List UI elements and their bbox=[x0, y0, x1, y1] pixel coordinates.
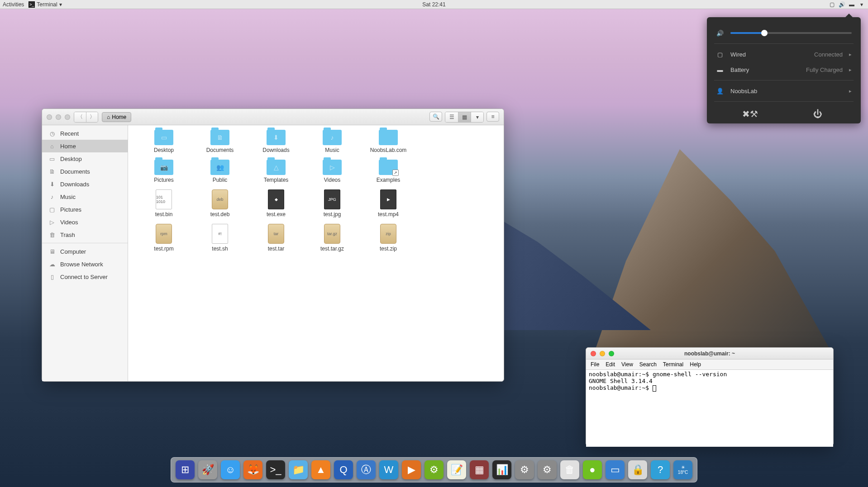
sidebar-item-downloads[interactable]: ⬇Downloads bbox=[42, 178, 128, 190]
chevron-down-icon[interactable]: ▾ bbox=[858, 1, 865, 8]
file-item[interactable]: 101 1010test.bin bbox=[137, 189, 191, 217]
file-item[interactable]: rpmtest.rpm bbox=[137, 224, 191, 252]
dock-photos[interactable]: ▦ bbox=[470, 460, 489, 479]
dock-display[interactable]: ▭ bbox=[606, 460, 625, 479]
dock-software-center[interactable]: ⚙ bbox=[424, 460, 444, 479]
sidebar-item-home[interactable]: ⌂Home bbox=[42, 140, 128, 152]
file-item[interactable]: ↗Examples bbox=[362, 160, 415, 183]
battery-row[interactable]: ▬ Battery Fully Charged ▸ bbox=[716, 62, 852, 77]
dock-weather[interactable]: ☀18°C bbox=[673, 460, 692, 479]
file-item[interactable]: 📷Pictures bbox=[137, 160, 191, 183]
dock-show-apps[interactable]: ⊞ bbox=[176, 460, 195, 479]
file-manager-content[interactable]: ▭Desktop🗎Documents⬇Downloads♪MusicNoobsL… bbox=[128, 125, 504, 381]
network-row[interactable]: ▢ Wired Connected ▸ bbox=[716, 47, 852, 62]
back-button[interactable]: 〈 bbox=[74, 112, 86, 122]
menu-help[interactable]: Help bbox=[690, 361, 701, 368]
sidebar-item-documents[interactable]: 🗎Documents bbox=[42, 165, 128, 178]
terminal-titlebar[interactable]: noobslab@umair: ~ bbox=[586, 348, 833, 359]
sidebar-item-videos[interactable]: ▷Videos bbox=[42, 216, 128, 228]
file-item[interactable]: 🗎Documents bbox=[193, 130, 247, 153]
sidebar-item-recent[interactable]: ◷Recent bbox=[42, 127, 128, 140]
minimize-button[interactable] bbox=[56, 114, 61, 120]
clock[interactable]: Sat 22:41 bbox=[422, 1, 445, 8]
file-item[interactable]: JPGtest.jpg bbox=[305, 189, 359, 217]
volume-row: 🔊 bbox=[716, 25, 852, 41]
dock-launcher[interactable]: 🚀 bbox=[198, 460, 217, 479]
close-button[interactable] bbox=[47, 114, 52, 120]
search-button[interactable]: 🔍 bbox=[429, 112, 442, 122]
menu-terminal[interactable]: Terminal bbox=[663, 361, 683, 368]
file-manager-titlebar[interactable]: 〈 〉 ⌂ Home 🔍 ☰ ▦ ▾ ≡ bbox=[42, 109, 504, 125]
minimize-button[interactable] bbox=[600, 351, 605, 356]
dock-gear[interactable]: ⚙ bbox=[515, 460, 534, 479]
dock-notes[interactable]: 📝 bbox=[447, 460, 466, 479]
sidebar-item-trash[interactable]: 🗑Trash bbox=[42, 228, 128, 241]
dock-app-store[interactable]: Ⓐ bbox=[357, 460, 376, 479]
menu-edit[interactable]: Edit bbox=[606, 361, 615, 368]
file-item[interactable]: ▭Desktop bbox=[137, 130, 191, 153]
documents-icon: 🗎 bbox=[48, 168, 56, 175]
file-item[interactable]: △Templates bbox=[249, 160, 303, 183]
file-item[interactable]: tar.gztest.tar.gz bbox=[305, 224, 359, 252]
battery-icon[interactable]: ▬ bbox=[848, 1, 855, 8]
file-item[interactable]: ziptest.zip bbox=[362, 224, 415, 252]
activities-button[interactable]: Activities bbox=[3, 1, 24, 8]
menu-file[interactable]: File bbox=[591, 361, 599, 368]
sidebar-item-music[interactable]: ♪Music bbox=[42, 190, 128, 203]
menu-search[interactable]: Search bbox=[639, 361, 657, 368]
terminal-window: noobslab@umair: ~ FileEditViewSearchTerm… bbox=[586, 347, 834, 446]
sidebar-item-pictures[interactable]: ▢Pictures bbox=[42, 203, 128, 216]
sidebar-item-label: Downloads bbox=[60, 181, 89, 188]
hamburger-menu-button[interactable]: ≡ bbox=[486, 112, 499, 122]
dock-help[interactable]: ? bbox=[651, 460, 670, 479]
dock-media-player[interactable]: Q bbox=[334, 460, 353, 479]
file-item[interactable]: 👥Public bbox=[193, 160, 247, 183]
file-item[interactable]: debtest.deb bbox=[193, 189, 247, 217]
maximize-button[interactable] bbox=[65, 114, 70, 120]
file-item[interactable]: tartest.tar bbox=[249, 224, 303, 252]
file-item[interactable]: ▶test.mp4 bbox=[362, 189, 415, 217]
volume-icon[interactable]: 🔊 bbox=[838, 1, 845, 8]
path-home-button[interactable]: ⌂ Home bbox=[102, 112, 131, 122]
file-item[interactable]: ◆test.exe bbox=[249, 189, 303, 217]
dock-system-monitor[interactable]: 📊 bbox=[492, 460, 511, 479]
dock-lock[interactable]: 🔒 bbox=[628, 460, 647, 479]
volume-slider[interactable] bbox=[730, 32, 852, 34]
music-icon: ♪ bbox=[48, 193, 56, 200]
file-item[interactable]: ⬇Downloads bbox=[249, 130, 303, 153]
close-button[interactable] bbox=[591, 351, 596, 356]
sidebar-item-connect-to-server[interactable]: ▯Connect to Server bbox=[42, 270, 128, 283]
power-icon[interactable]: ⏻ bbox=[814, 110, 822, 118]
dock-disk[interactable]: ● bbox=[583, 460, 602, 479]
user-row[interactable]: 👤 NoobsLab ▸ bbox=[716, 83, 852, 99]
terminal-app-indicator[interactable]: >_ Terminal ▾ bbox=[29, 1, 62, 8]
dock-writer[interactable]: W bbox=[379, 460, 398, 479]
settings-icon[interactable]: ✖⚒ bbox=[746, 110, 754, 118]
view-dropdown-button[interactable]: ▾ bbox=[471, 112, 483, 122]
sidebar-item-desktop[interactable]: ▭Desktop bbox=[42, 152, 128, 165]
screen-icon[interactable]: ▢ bbox=[828, 1, 835, 8]
sidebar-item-computer[interactable]: 🖥Computer bbox=[42, 245, 128, 258]
network-icon: ☁ bbox=[48, 260, 56, 268]
file-item[interactable]: NoobsLab.com bbox=[362, 130, 415, 153]
maximize-button[interactable] bbox=[609, 351, 614, 356]
list-view-button[interactable]: ☰ bbox=[445, 112, 458, 122]
weather-icon: ☀ bbox=[681, 465, 685, 470]
sidebar-item-browse-network[interactable]: ☁Browse Network bbox=[42, 258, 128, 270]
file-item[interactable]: ♪Music bbox=[305, 130, 359, 153]
dock-finder[interactable]: ☺ bbox=[221, 460, 240, 479]
dock-vlc[interactable]: ▲ bbox=[311, 460, 330, 479]
dock-firefox[interactable]: 🦊 bbox=[243, 460, 262, 479]
file-item[interactable]: ▷Videos bbox=[305, 160, 359, 183]
dock-impress[interactable]: ▶ bbox=[402, 460, 421, 479]
menu-view[interactable]: View bbox=[621, 361, 633, 368]
chevron-right-icon: ▸ bbox=[849, 88, 852, 94]
grid-view-button[interactable]: ▦ bbox=[458, 112, 471, 122]
dock-trash[interactable]: 🗑 bbox=[560, 460, 579, 479]
forward-button[interactable]: 〉 bbox=[86, 112, 98, 122]
dock-settings[interactable]: ⚙ bbox=[538, 460, 557, 479]
file-item[interactable]: #!test.sh bbox=[193, 224, 247, 252]
dock-terminal[interactable]: >_ bbox=[266, 460, 285, 479]
dock-files[interactable]: 📁 bbox=[289, 460, 308, 479]
terminal-output[interactable]: noobslab@umair:~$ gnome-shell --version … bbox=[586, 370, 833, 447]
